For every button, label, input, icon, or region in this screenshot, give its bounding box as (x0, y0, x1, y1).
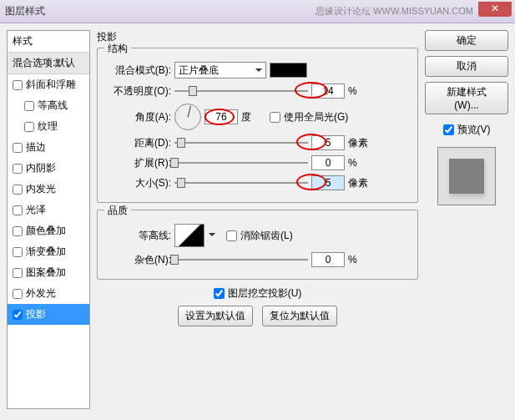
noise-unit: % (348, 254, 373, 266)
opacity-label: 不透明度(O): (104, 84, 171, 99)
preview-box (437, 147, 496, 205)
style-label: 斜面和浮雕 (26, 78, 76, 92)
titlebar: 图层样式 思缘设计论坛 WWW.MISSYUAN.COM ✕ (0, 0, 515, 23)
global-light-label: 使用全局光(G) (284, 110, 348, 124)
style-label: 颜色叠加 (26, 224, 66, 238)
style-checkbox[interactable] (13, 205, 23, 215)
center-panel: 投影 结构 混合模式(B): 正片叠底 不透明度(O): % 角度(A): 度 (97, 30, 418, 409)
global-light-checkbox[interactable] (270, 112, 280, 123)
styles-panel: 样式 混合选项:默认 斜面和浮雕等高线纹理描边内阴影内发光光泽颜色叠加渐变叠加图… (7, 30, 90, 409)
reset-default-button[interactable]: 复位为默认值 (262, 306, 337, 326)
distance-unit: 像素 (348, 136, 373, 150)
style-item-10[interactable]: 外发光 (8, 283, 89, 304)
shadow-color-swatch[interactable] (270, 63, 307, 78)
ok-button[interactable]: 确定 (425, 30, 508, 51)
quality-group: 品质 等高线: 消除锯齿(L) 杂色(N): % (97, 210, 418, 280)
dialog-body: 样式 混合选项:默认 斜面和浮雕等高线纹理描边内阴影内发光光泽颜色叠加渐变叠加图… (0, 23, 515, 416)
blend-options-default[interactable]: 混合选项:默认 (8, 53, 89, 74)
style-checkbox[interactable] (13, 289, 23, 299)
set-default-button[interactable]: 设置为默认值 (178, 306, 253, 326)
spread-label: 扩展(R): (104, 156, 171, 170)
style-label: 外发光 (26, 286, 56, 301)
styles-header[interactable]: 样式 (8, 31, 89, 53)
style-label: 图案叠加 (26, 266, 66, 280)
preview-label: 预览(V) (457, 123, 491, 137)
style-label: 投影 (26, 307, 46, 321)
style-label: 渐变叠加 (26, 245, 66, 259)
antialias-checkbox[interactable] (226, 230, 237, 241)
angle-label: 角度(A): (104, 110, 171, 124)
effect-title: 投影 (97, 30, 418, 44)
spread-unit: % (348, 157, 373, 169)
style-item-1[interactable]: 等高线 (8, 95, 89, 116)
blend-mode-select[interactable]: 正片叠底 (174, 62, 266, 78)
size-unit: 像素 (348, 176, 373, 190)
style-label: 内阴影 (26, 161, 56, 175)
opacity-input[interactable] (311, 83, 345, 99)
window-title: 图层样式 (5, 4, 45, 18)
angle-input[interactable] (204, 109, 238, 124)
size-input[interactable] (311, 175, 345, 190)
angle-dial[interactable] (174, 104, 201, 130)
cancel-button[interactable]: 取消 (425, 56, 508, 77)
style-checkbox[interactable] (13, 310, 23, 320)
distance-slider[interactable] (174, 135, 308, 150)
style-checkbox[interactable] (13, 226, 23, 236)
style-checkbox[interactable] (24, 122, 34, 132)
style-label: 描边 (26, 140, 46, 154)
style-item-3[interactable]: 描边 (8, 137, 89, 158)
close-button[interactable]: ✕ (478, 2, 512, 17)
preview-checkbox[interactable] (443, 124, 454, 135)
style-item-0[interactable]: 斜面和浮雕 (8, 74, 89, 95)
right-panel: 确定 取消 新建样式(W)... 预览(V) (425, 30, 508, 409)
opacity-slider[interactable] (174, 83, 308, 99)
style-item-6[interactable]: 光泽 (8, 200, 89, 220)
style-item-7[interactable]: 颜色叠加 (8, 220, 89, 241)
style-label: 光泽 (26, 203, 46, 217)
spread-slider[interactable] (174, 155, 308, 170)
contour-picker[interactable] (174, 224, 204, 247)
style-checkbox[interactable] (13, 185, 23, 195)
style-item-5[interactable]: 内发光 (8, 179, 89, 200)
distance-input[interactable] (311, 135, 345, 150)
size-slider[interactable] (174, 175, 308, 190)
knockout-checkbox[interactable] (214, 288, 225, 299)
structure-legend: 结构 (104, 42, 131, 56)
spread-input[interactable] (311, 155, 345, 170)
style-checkbox[interactable] (24, 101, 34, 111)
new-style-button[interactable]: 新建样式(W)... (425, 82, 508, 114)
style-checkbox[interactable] (13, 164, 23, 174)
noise-label: 杂色(N): (104, 253, 171, 267)
style-item-9[interactable]: 图案叠加 (8, 262, 89, 283)
angle-unit: 度 (241, 110, 266, 124)
style-item-4[interactable]: 内阴影 (8, 158, 89, 179)
watermark: 思缘设计论坛 WWW.MISSYUAN.COM (316, 5, 473, 18)
style-label: 等高线 (38, 99, 68, 113)
antialias-label: 消除锯齿(L) (240, 229, 293, 243)
quality-legend: 品质 (104, 204, 131, 218)
contour-label: 等高线: (104, 229, 171, 243)
style-item-11[interactable]: 投影 (8, 304, 89, 325)
preview-swatch (449, 159, 484, 194)
style-label: 内发光 (26, 182, 56, 196)
style-checkbox[interactable] (13, 268, 23, 278)
blend-mode-label: 混合模式(B): (104, 63, 171, 78)
style-checkbox[interactable] (13, 247, 23, 257)
noise-slider[interactable] (174, 252, 308, 267)
style-label: 纹理 (38, 119, 58, 134)
distance-label: 距离(D): (104, 136, 171, 150)
knockout-label: 图层挖空投影(U) (228, 286, 302, 301)
size-label: 大小(S): (104, 176, 171, 190)
style-item-8[interactable]: 渐变叠加 (8, 241, 89, 262)
style-checkbox[interactable] (13, 143, 23, 153)
opacity-unit: % (348, 85, 373, 97)
noise-input[interactable] (311, 252, 345, 267)
structure-group: 结构 混合模式(B): 正片叠底 不透明度(O): % 角度(A): 度 使用全… (97, 48, 418, 203)
style-item-2[interactable]: 纹理 (8, 116, 89, 137)
style-checkbox[interactable] (13, 80, 23, 90)
